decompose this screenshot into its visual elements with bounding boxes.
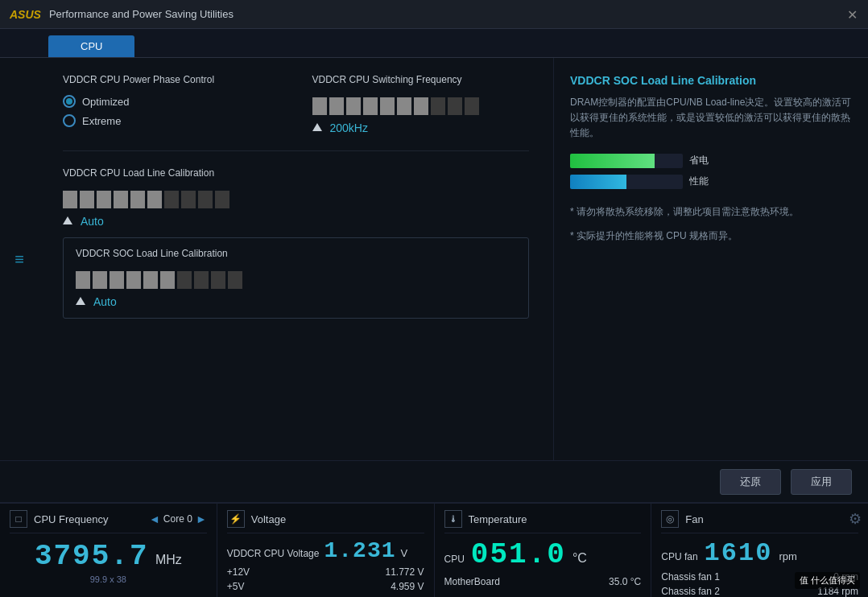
voltage-main-label: VDDCR CPU Voltage [227, 548, 320, 559]
cpu-llc-seg-9 [198, 191, 213, 208]
soc-llc-seg-10 [228, 271, 242, 289]
temp-mb-value: 35.0 °C [609, 576, 641, 587]
radio-optimized[interactable]: Optimized [63, 95, 280, 108]
tab-cpu[interactable]: CPU [48, 35, 134, 57]
freq-display: 3795.7 MHz [10, 540, 207, 573]
temp-mb-label: MotherBoard [444, 576, 500, 587]
cpu-icon-symbol: □ [15, 513, 21, 525]
sidebar-menu-icon[interactable]: ≡ [14, 250, 24, 269]
freq-seg-10 [465, 97, 479, 115]
cpu-llc-value: Auto [81, 215, 104, 228]
voltage-5v-row: +5V 4.959 V [227, 581, 424, 592]
freq-seg-8 [431, 97, 445, 115]
restore-button[interactable]: 还原 [720, 469, 781, 495]
temperature-icon-symbol: 🌡 [448, 513, 458, 525]
cpu-freq-value: 3795.7 [35, 540, 149, 573]
apply-button[interactable]: 应用 [791, 469, 852, 495]
power-phase-title: VDDCR CPU Power Phase Control [63, 74, 280, 85]
radio-label-extreme: Extreme [82, 115, 121, 127]
core-next-button[interactable]: ► [196, 513, 207, 525]
cpu-freq-sub: 99.9 x 38 [10, 574, 207, 584]
voltage-5v-value: 4.959 V [391, 581, 424, 592]
temp-mb-row: MotherBoard 35.0 °C [444, 576, 642, 587]
voltage-header: ⚡ Voltage [227, 510, 424, 533]
rp-description: DRAM控制器的配置由CPU/NB Load-line决定。设置较高的激活可以获… [570, 95, 852, 142]
soc-llc-seg-3 [110, 271, 124, 289]
right-panel: VDDCR SOC Load Line Calibration DRAM控制器的… [554, 58, 868, 460]
cpu-freq-header: □ CPU Frequency ◄ Core 0 ► [10, 510, 207, 533]
voltage-panel: ⚡ Voltage VDDCR CPU Voltage 1.231 V +12V… [217, 504, 435, 597]
cpu-freq-title: CPU Frequency [34, 513, 149, 525]
freq-slider[interactable]: 200kHz [312, 97, 530, 134]
core-prev-button[interactable]: ◄ [149, 513, 160, 525]
note-text-2: * 实际提升的性能将视 CPU 规格而异。 [570, 228, 852, 244]
core-nav: ◄ Core 0 ► [149, 513, 207, 525]
radio-label-optimized: Optimized [82, 96, 130, 108]
soc-llc-seg-2 [93, 271, 107, 289]
radio-circle-optimized [63, 95, 76, 108]
voltage-main-unit: V [400, 547, 407, 559]
soc-llc-seg-1 [76, 271, 90, 289]
temperature-main-value: 051.0 [471, 538, 566, 571]
freq-seg-5 [380, 97, 395, 115]
cpu-llc-title: VDDCR CPU Load Line Calibration [63, 167, 529, 179]
cpu-llc-slider[interactable]: Auto [63, 191, 529, 228]
freq-seg-2 [329, 97, 344, 115]
soc-llc-arrow [76, 297, 85, 305]
note-text-1: * 请勿将散热系统移除，调整此项目需注意散热环境。 [570, 204, 852, 220]
radio-extreme[interactable]: Extreme [63, 114, 280, 127]
power-phase-section: VDDCR CPU Power Phase Control Optimized … [63, 74, 280, 134]
bar-fill-blue [570, 175, 626, 189]
temperature-icon: 🌡 [444, 510, 462, 528]
freq-slider-value: 200kHz [330, 121, 368, 134]
fan-main-value: 1610 [705, 538, 773, 568]
cpu-freq-panel: □ CPU Frequency ◄ Core 0 ► 3795.7 MHz 99… [0, 504, 217, 597]
voltage-12v-label: +12V [227, 566, 250, 578]
power-phase-radio-group: Optimized Extreme [63, 95, 280, 127]
freq-seg-7 [414, 97, 428, 115]
cpu-llc-seg-6 [147, 191, 162, 208]
bar-fill-green [570, 154, 655, 168]
fan-title: Fan [685, 513, 858, 525]
freq-seg-4 [363, 97, 378, 115]
gear-icon[interactable]: ⚙ [849, 510, 862, 528]
radio-circle-extreme [63, 114, 76, 127]
freq-section: VDDCR CPU Switching Frequency [312, 74, 530, 134]
cpu-llc-seg-8 [181, 191, 196, 208]
fan-header: ◎ Fan [661, 510, 858, 533]
freq-slider-row: 200kHz [312, 120, 530, 134]
soc-llc-box: VDDCR SOC Load Line Calibration Aut [63, 237, 529, 319]
voltage-5v-label: +5V [227, 581, 245, 592]
app-title: Performance and Power Saving Utilities [49, 8, 234, 20]
soc-llc-seg-9 [211, 271, 225, 289]
bar-track-blue [570, 175, 683, 189]
freq-seg-3 [346, 97, 361, 115]
freq-seg-9 [448, 97, 462, 115]
fan-main-label: CPU fan [661, 551, 697, 562]
voltage-main-value: 1.231 [324, 538, 395, 563]
temperature-header: 🌡 Temperature [444, 510, 642, 533]
status-bar: □ CPU Frequency ◄ Core 0 ► 3795.7 MHz 99… [0, 502, 868, 597]
voltage-icon-symbol: ⚡ [229, 513, 242, 525]
voltage-12v-row: +12V 11.772 V [227, 566, 424, 578]
left-panel: VDDCR CPU Power Phase Control Optimized … [39, 58, 554, 460]
freq-slider-arrow [312, 123, 322, 131]
freq-seg-6 [397, 97, 411, 115]
cpu-freq-unit: MHz [155, 553, 182, 566]
soc-llc-seg-8 [194, 271, 209, 289]
bar-row-green: 省电 [570, 154, 852, 168]
voltage-12v-value: 11.772 V [385, 566, 424, 578]
bar-label-green: 省电 [689, 154, 721, 167]
bar-row-blue: 性能 [570, 175, 852, 189]
fan-main-unit: rpm [779, 550, 796, 562]
cpu-llc-seg-2 [80, 191, 94, 208]
cpu-freq-icon: □ [10, 510, 27, 528]
temperature-main-unit: °C [572, 551, 587, 566]
close-button[interactable]: ✕ [844, 6, 860, 22]
soc-llc-slider[interactable]: Auto [76, 271, 516, 308]
freq-slider-track [312, 97, 530, 115]
title-bar: ASUS Performance and Power Saving Utilit… [0, 0, 868, 29]
bar-track-green [570, 154, 683, 168]
section-divider-1 [63, 150, 529, 151]
voltage-title: Voltage [251, 513, 424, 525]
